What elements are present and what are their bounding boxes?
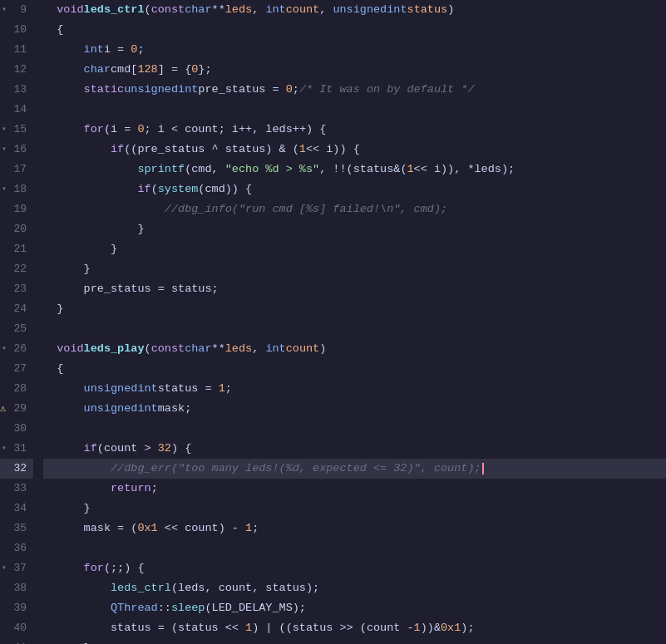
- code-line: for (i = 0; i < count; i++, leds++) {: [43, 120, 666, 140]
- code-line: //dbg_err("too many leds!(%d, expected <…: [43, 459, 666, 479]
- line-number-30: 30: [0, 419, 33, 439]
- code-line: QThread::sleep(LED_DELAY_MS);: [43, 598, 666, 618]
- line-number-28: 28: [0, 379, 33, 399]
- line-number-22: 22: [0, 259, 33, 279]
- code-line: //dbg_info("run cmd [%s] failed!\n", cmd…: [43, 199, 666, 219]
- code-lines: void leds_ctrl(const char **leds, int co…: [43, 0, 666, 644]
- line-number-39: 39: [0, 598, 33, 618]
- line-number-13: 13: [0, 80, 33, 100]
- line-number-14: 14: [0, 100, 33, 120]
- line-gutter: ▾91011121314▾15▾1617▾1819202122232425▾26…: [0, 0, 40, 644]
- line-number-31: ▾31: [0, 439, 33, 459]
- fold-icon[interactable]: ▾: [2, 439, 7, 459]
- code-line: int i = 0;: [43, 40, 666, 60]
- line-number-35: 35: [0, 519, 33, 538]
- line-number-27: 27: [0, 359, 33, 379]
- warning-icon: ⚠: [0, 399, 6, 419]
- line-number-12: 12: [0, 60, 33, 80]
- code-line: }: [43, 219, 666, 239]
- fold-icon[interactable]: ▾: [2, 558, 7, 578]
- code-content[interactable]: void leds_ctrl(const char **leds, int co…: [40, 0, 666, 644]
- line-number-19: 19: [0, 199, 33, 219]
- code-line: {: [43, 20, 666, 40]
- code-line: mask = (0x1 << count) - 1;: [43, 519, 666, 538]
- code-line: if (count > 32) {: [43, 439, 666, 459]
- line-number-11: 11: [0, 40, 33, 60]
- code-line: sprintf(cmd, "echo %d > %s", !!(status&(…: [43, 160, 666, 179]
- code-line: return;: [43, 479, 666, 499]
- line-number-15: ▾15: [0, 120, 33, 140]
- code-line: void leds_ctrl(const char **leds, int co…: [43, 0, 666, 20]
- code-line: }: [43, 499, 666, 519]
- code-line: }: [43, 239, 666, 259]
- line-number-10: 10: [0, 20, 33, 40]
- line-number-9: ▾9: [0, 0, 33, 20]
- line-number-20: 20: [0, 219, 33, 239]
- line-numbers: ▾91011121314▾15▾1617▾1819202122232425▾26…: [0, 0, 33, 644]
- fold-icon[interactable]: ▾: [2, 140, 7, 160]
- code-line: [43, 319, 666, 339]
- fold-icon[interactable]: ▾: [2, 120, 7, 140]
- line-number-25: 25: [0, 319, 33, 339]
- line-number-18: ▾18: [0, 179, 33, 199]
- code-line: }: [43, 638, 666, 644]
- code-line: void leds_play(const char **leds, int co…: [43, 339, 666, 359]
- line-number-36: 36: [0, 538, 33, 558]
- line-number-17: 17: [0, 160, 33, 179]
- code-line: pre_status = status;: [43, 279, 666, 299]
- line-number-32: 32: [0, 459, 33, 479]
- line-number-38: 38: [0, 578, 33, 598]
- code-line: leds_ctrl(leds, count, status);: [43, 578, 666, 598]
- code-line: }: [43, 259, 666, 279]
- code-line: unsigned int status = 1;: [43, 379, 666, 399]
- code-line: if ((pre_status ^ status) & (1 << i)) {: [43, 140, 666, 160]
- code-line: unsigned int mask;: [43, 399, 666, 419]
- code-line: static unsigned int pre_status = 0;/* It…: [43, 80, 666, 100]
- line-number-24: 24: [0, 299, 33, 319]
- line-number-16: ▾16: [0, 140, 33, 160]
- line-number-41: 41: [0, 638, 33, 644]
- line-number-33: 33: [0, 479, 33, 499]
- fold-icon[interactable]: ▾: [2, 0, 7, 20]
- code-line: [43, 100, 666, 120]
- line-number-26: ▾26: [0, 339, 33, 359]
- code-line: [43, 419, 666, 439]
- line-number-40: 40: [0, 618, 33, 638]
- line-number-21: 21: [0, 239, 33, 259]
- code-line: char cmd[128] = {0};: [43, 60, 666, 80]
- code-line: if (system(cmd)) {: [43, 179, 666, 199]
- code-line: for (;;) {: [43, 558, 666, 578]
- code-line: [43, 538, 666, 558]
- line-number-37: ▾37: [0, 558, 33, 578]
- line-number-23: 23: [0, 279, 33, 299]
- fold-icon[interactable]: ▾: [2, 339, 7, 359]
- code-line: }: [43, 299, 666, 319]
- code-editor: ▾91011121314▾15▾1617▾1819202122232425▾26…: [0, 0, 666, 644]
- code-line: {: [43, 359, 666, 379]
- line-number-34: 34: [0, 499, 33, 519]
- line-number-29: ⚠29: [0, 399, 33, 419]
- fold-icon[interactable]: ▾: [2, 179, 7, 199]
- code-line: status = (status << 1) | ((status >> (co…: [43, 618, 666, 638]
